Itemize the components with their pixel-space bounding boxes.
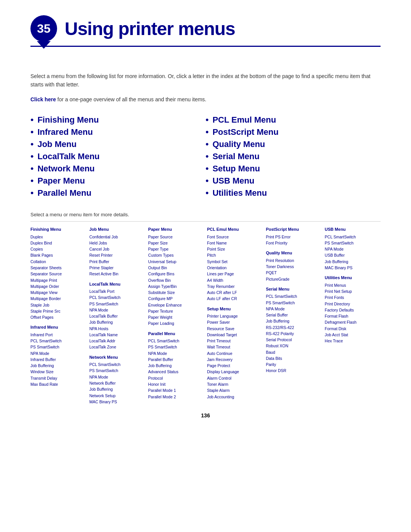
col-item[interactable]: Auto Continue	[207, 350, 263, 356]
col-item[interactable]: LocalTalk Addr	[89, 338, 145, 344]
col-item[interactable]: PCL SmartSwitch	[89, 361, 145, 367]
menu-link[interactable]: Quality Menu	[212, 139, 265, 149]
col-item[interactable]: PS SmartSwitch	[148, 344, 204, 350]
col-item[interactable]: Transmit Delay	[30, 375, 86, 381]
col-item[interactable]: Display Language	[207, 369, 263, 375]
col-item[interactable]: Configure MP	[148, 296, 204, 302]
menu-link[interactable]: Infrared Menu	[37, 127, 92, 137]
col-item[interactable]: Staple Alarm	[207, 387, 263, 393]
col-item[interactable]: Blank Pages	[30, 252, 86, 258]
col-item[interactable]: Serial Buffer	[266, 312, 322, 318]
col-item[interactable]: Duplex	[30, 234, 86, 240]
col-item[interactable]: NPA Mode	[325, 246, 381, 252]
col-item[interactable]: Point Size	[207, 246, 263, 252]
col-item[interactable]: Reset Printer	[89, 252, 145, 258]
col-item[interactable]: Overflow Bin	[148, 277, 204, 283]
col-item[interactable]: Robust XON	[266, 343, 322, 349]
col-item[interactable]: Staple Job	[30, 302, 86, 308]
col-item[interactable]: PS SmartSwitch	[89, 301, 145, 307]
col-item[interactable]: Tray Renumber	[207, 283, 263, 289]
col-item[interactable]: Paper Size	[148, 240, 204, 246]
col-item[interactable]: Hex Trace	[325, 338, 381, 344]
col-item[interactable]: Substitute Size	[148, 289, 204, 296]
col-item[interactable]: Multipage Order	[30, 283, 86, 289]
col-item[interactable]: NPA Mode	[89, 374, 145, 380]
menu-link[interactable]: Network Menu	[37, 164, 94, 174]
col-item[interactable]: Network Buffer	[89, 380, 145, 386]
col-item[interactable]: Printer Language	[207, 313, 263, 319]
col-item[interactable]: PS SmartSwitch	[325, 240, 381, 246]
col-item[interactable]: Toner Darkness	[266, 264, 322, 270]
col-item[interactable]: Defragment Flash	[325, 319, 381, 325]
col-item[interactable]: Auto CR after LF	[207, 289, 263, 296]
col-item[interactable]: NPA Mode	[266, 306, 322, 312]
col-item[interactable]: MAC Binary PS	[89, 399, 145, 405]
col-item[interactable]: Print Menus	[325, 282, 381, 288]
col-item[interactable]: Job Acct Stat	[325, 332, 381, 338]
col-item[interactable]: PCL SmartSwitch	[89, 294, 145, 300]
col-item[interactable]: Window Size	[30, 369, 86, 375]
col-item[interactable]: Download Target	[207, 332, 263, 338]
col-item[interactable]: Format Disk	[325, 326, 381, 332]
col-item[interactable]: Paper Type	[148, 246, 204, 252]
col-item[interactable]: Job Buffering	[266, 318, 322, 324]
col-item[interactable]: Job Buffering	[148, 363, 204, 369]
menu-link[interactable]: Utilities Menu	[212, 188, 267, 198]
col-item[interactable]: Print Fonts	[325, 294, 381, 300]
col-item[interactable]: Cancel Job	[89, 246, 145, 252]
col-item[interactable]: Envelope Enhance	[148, 302, 204, 308]
col-item[interactable]: RS-232/RS-422	[266, 324, 322, 331]
col-item[interactable]: Multipage View	[30, 289, 86, 296]
col-item[interactable]: Honor Init	[148, 381, 204, 387]
col-item[interactable]: Lines per Page	[207, 271, 263, 277]
col-item[interactable]: Job Buffering	[30, 363, 86, 369]
col-item[interactable]: Confidential Job	[89, 234, 145, 240]
col-item[interactable]: Job Buffering	[325, 259, 381, 265]
col-item[interactable]: Power Saver	[207, 319, 263, 325]
col-item[interactable]: Paper Weight	[148, 314, 204, 320]
col-item[interactable]: Honor DSR	[266, 367, 322, 374]
col-item[interactable]: Duplex Bind	[30, 240, 86, 246]
col-item[interactable]: Page Protect	[207, 363, 263, 369]
col-item[interactable]: PQET	[266, 270, 322, 276]
col-item[interactable]: LocalTalk Zone	[89, 344, 145, 350]
col-item[interactable]: Separator Source	[30, 271, 86, 277]
col-item[interactable]: Configure Bins	[148, 271, 204, 277]
menu-link[interactable]: Finishing Menu	[37, 115, 99, 125]
col-item[interactable]: MAC Binary PS	[325, 265, 381, 271]
col-item[interactable]: PS SmartSwitch	[266, 300, 322, 306]
menu-link[interactable]: Setup Menu	[212, 164, 260, 174]
col-item[interactable]: Resource Save	[207, 326, 263, 332]
col-item[interactable]: Job Buffering	[89, 386, 145, 392]
col-item[interactable]: NPA Mode	[148, 350, 204, 356]
menu-link[interactable]: PCL Emul Menu	[212, 115, 276, 125]
col-item[interactable]: Factory Defaults	[325, 307, 381, 313]
col-item[interactable]: Auto LF after CR	[207, 296, 263, 302]
col-item[interactable]: Infrared Port	[30, 332, 86, 338]
col-item[interactable]: Print Net Setup	[325, 288, 381, 294]
col-item[interactable]: Staple Prime Src	[30, 308, 86, 314]
col-item[interactable]: Wait Timeout	[207, 344, 263, 350]
col-item[interactable]: Jam Recovery	[207, 356, 263, 363]
col-item[interactable]: Print Buffer	[89, 259, 145, 265]
menu-link[interactable]: Job Menu	[37, 139, 76, 149]
col-item[interactable]: Paper Source	[148, 234, 204, 240]
col-item[interactable]: NPA Hosts	[89, 326, 145, 332]
col-item[interactable]: Held Jobs	[89, 240, 145, 246]
menu-link[interactable]: USB Menu	[212, 176, 254, 186]
menu-link[interactable]: Paper Menu	[37, 176, 85, 186]
col-item[interactable]: PCL SmartSwitch	[325, 234, 381, 240]
col-item[interactable]: Reset Active Bin	[89, 271, 145, 277]
col-item[interactable]: PictureGrade	[266, 276, 322, 282]
col-item[interactable]: Font Name	[207, 240, 263, 246]
col-item[interactable]: Print Directory	[325, 301, 381, 307]
col-item[interactable]: Multipage Print	[30, 277, 86, 283]
col-item[interactable]: PS SmartSwitch	[30, 344, 86, 350]
col-item[interactable]: Copies	[30, 246, 86, 252]
col-item[interactable]: Parallel Mode 2	[148, 394, 204, 400]
col-item[interactable]: USB Buffer	[325, 252, 381, 258]
click-here-link[interactable]: Click here	[30, 96, 56, 102]
col-item[interactable]: Infrared Buffer	[30, 356, 86, 363]
col-item[interactable]: RS-422 Polarity	[266, 331, 322, 337]
col-item[interactable]: Print Timeout	[207, 338, 263, 344]
